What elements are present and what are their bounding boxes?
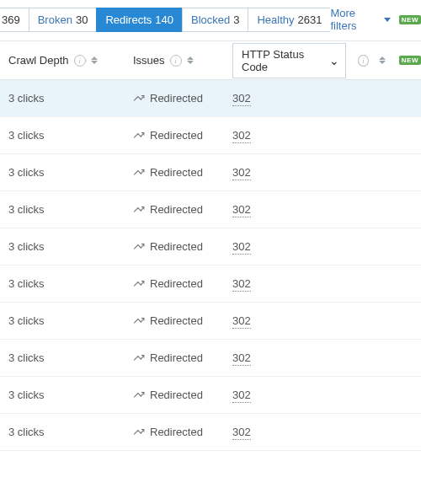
tab-blocked-label: Blocked <box>191 13 230 26</box>
redirect-icon <box>133 279 145 289</box>
table-row[interactable]: 3 clicksRedirected302 <box>0 414 421 451</box>
chevron-down-icon <box>384 18 391 22</box>
table-row[interactable]: 3 clicksRedirected302 <box>0 377 421 414</box>
cell-status: 302 <box>232 351 421 364</box>
status-code[interactable]: 302 <box>232 166 251 180</box>
redirect-icon <box>133 427 145 437</box>
more-filters-label: More filters <box>330 7 378 32</box>
tab-healthy-count: 2631 <box>298 13 322 26</box>
table-row[interactable]: 3 clicksRedirected302 <box>0 265 421 303</box>
col-crawl-depth[interactable]: Crawl Depth i <box>8 54 133 67</box>
sort-icon[interactable] <box>91 56 98 64</box>
cell-status: 302 <box>232 240 421 253</box>
cell-issues: Redirected <box>133 166 232 179</box>
cell-crawl-depth: 3 clicks <box>8 389 133 401</box>
status-code[interactable]: 302 <box>232 314 251 329</box>
issue-label: Redirected <box>150 166 203 179</box>
col-issues[interactable]: Issues i <box>133 54 232 67</box>
status-code[interactable]: 302 <box>232 351 251 366</box>
tab-redirects[interactable]: Redirects 140 <box>96 8 182 32</box>
table-row[interactable]: 3 clicksRedirected302 <box>0 228 421 265</box>
filter-tabs: 369 Broken 30 Redirects 140 Blocked 3 He… <box>0 0 421 41</box>
tab-healthy-label: Healthy <box>257 13 294 26</box>
status-code[interactable]: 302 <box>232 240 251 255</box>
cell-issues: Redirected <box>133 389 232 401</box>
cell-status: 302 <box>232 389 421 401</box>
cell-crawl-depth: 3 clicks <box>8 351 133 364</box>
cell-issues: Redirected <box>133 240 232 253</box>
cell-issues: Redirected <box>133 426 232 438</box>
col-status: HTTP Status Code ⌄ i NEW <box>232 43 421 78</box>
cell-status: 302 <box>232 203 421 216</box>
status-code[interactable]: 302 <box>232 129 251 143</box>
table-body: 3 clicksRedirected3023 clicksRedirected3… <box>0 80 421 451</box>
tab-broken[interactable]: Broken 30 <box>29 8 97 32</box>
issue-label: Redirected <box>150 203 203 216</box>
cell-crawl-depth: 3 clicks <box>8 426 133 438</box>
issue-label: Redirected <box>150 351 203 364</box>
cell-crawl-depth: 3 clicks <box>8 203 133 216</box>
cell-status: 302 <box>232 92 421 105</box>
redirect-icon <box>133 131 145 141</box>
status-code[interactable]: 302 <box>232 277 251 292</box>
cell-issues: Redirected <box>133 203 232 216</box>
tab-blocked-count: 3 <box>233 13 239 26</box>
status-code[interactable]: 302 <box>232 426 251 440</box>
new-badge: NEW <box>399 15 421 24</box>
cell-status: 302 <box>232 314 421 327</box>
tab-redirects-label: Redirects <box>105 13 152 26</box>
cell-issues: Redirected <box>133 129 232 142</box>
cell-crawl-depth: 3 clicks <box>8 314 133 327</box>
sort-icon[interactable] <box>187 56 194 64</box>
issue-label: Redirected <box>150 426 203 438</box>
cell-crawl-depth: 3 clicks <box>8 166 133 179</box>
status-select-value: HTTP Status Code <box>232 43 346 78</box>
table-row[interactable]: 3 clicksRedirected302 <box>0 117 421 154</box>
sort-icon[interactable] <box>379 56 386 64</box>
more-filters-link[interactable]: More filters <box>330 7 390 32</box>
info-icon[interactable]: i <box>170 55 182 67</box>
tab-healthy[interactable]: Healthy 2631 <box>248 8 330 32</box>
status-code[interactable]: 302 <box>232 203 251 217</box>
redirect-icon <box>133 168 145 178</box>
tab-all[interactable]: 369 <box>0 8 29 32</box>
cell-issues: Redirected <box>133 277 232 290</box>
table-row[interactable]: 3 clicksRedirected302 <box>0 340 421 377</box>
cell-issues: Redirected <box>133 351 232 364</box>
info-icon[interactable]: i <box>74 55 86 67</box>
tab-blocked[interactable]: Blocked 3 <box>182 8 248 32</box>
cell-crawl-depth: 3 clicks <box>8 240 133 253</box>
tab-redirects-count: 140 <box>155 13 173 26</box>
table-header: Crawl Depth i Issues i HTTP Status Code … <box>0 41 421 80</box>
redirect-icon <box>133 242 145 252</box>
status-code[interactable]: 302 <box>232 389 251 403</box>
redirect-icon <box>133 390 145 400</box>
cell-crawl-depth: 3 clicks <box>8 129 133 142</box>
issue-label: Redirected <box>150 240 203 253</box>
cell-issues: Redirected <box>133 92 232 105</box>
issue-label: Redirected <box>150 92 203 105</box>
table-row[interactable]: 3 clicksRedirected302 <box>0 303 421 340</box>
issue-label: Redirected <box>150 389 203 401</box>
redirect-icon <box>133 316 145 326</box>
status-select[interactable]: HTTP Status Code ⌄ <box>232 43 346 78</box>
issue-label: Redirected <box>150 277 203 290</box>
cell-crawl-depth: 3 clicks <box>8 92 133 105</box>
issue-label: Redirected <box>150 129 203 142</box>
cell-crawl-depth: 3 clicks <box>8 277 133 290</box>
redirect-icon <box>133 205 145 215</box>
cell-issues: Redirected <box>133 314 232 327</box>
cell-status: 302 <box>232 426 421 438</box>
tab-all-count: 369 <box>2 13 20 26</box>
table-row[interactable]: 3 clicksRedirected302 <box>0 80 421 117</box>
info-icon[interactable]: i <box>358 55 369 67</box>
redirect-icon <box>133 353 145 363</box>
status-code[interactable]: 302 <box>232 92 251 106</box>
tab-broken-count: 30 <box>76 13 88 26</box>
table-row[interactable]: 3 clicksRedirected302 <box>0 154 421 191</box>
new-badge: NEW <box>399 56 421 65</box>
issue-label: Redirected <box>150 314 203 327</box>
table-row[interactable]: 3 clicksRedirected302 <box>0 191 421 228</box>
cell-status: 302 <box>232 129 421 142</box>
redirect-icon <box>133 94 145 104</box>
